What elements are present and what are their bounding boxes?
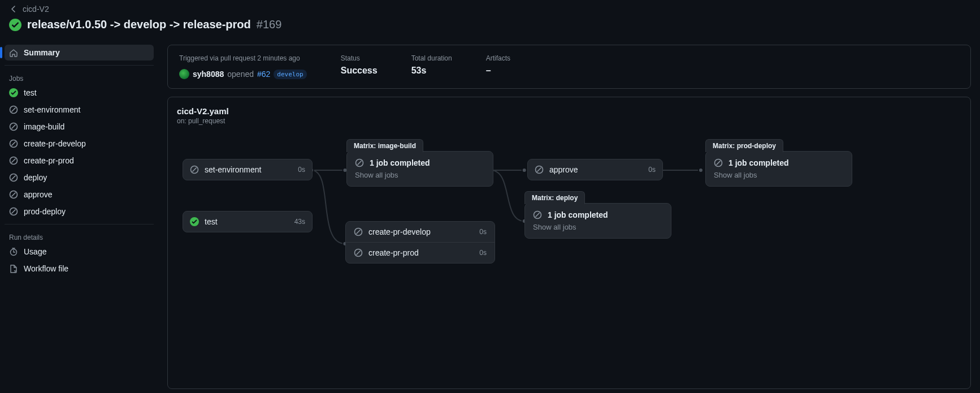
breadcrumb[interactable]: cicd-V2 — [9, 5, 971, 14]
matrix-summary: 1 job completed — [729, 158, 789, 167]
action-text: opened — [227, 70, 254, 79]
skipped-icon — [9, 156, 18, 165]
duration-label: Total duration — [411, 54, 452, 62]
success-icon — [9, 88, 18, 97]
skipped-icon — [190, 165, 199, 174]
node-create-pr-prod[interactable]: create-pr-prod 0s — [346, 242, 495, 263]
sidebar-usage[interactable]: Usage — [5, 244, 154, 260]
actor-row: syh8088 opened #62 develop — [179, 69, 307, 79]
sidebar-job-label: image-build — [24, 122, 64, 131]
node-set-environment[interactable]: set-environment 0s — [183, 159, 313, 180]
workflow-filename: cicd-V2.yaml — [177, 106, 961, 116]
skipped-icon — [533, 210, 542, 219]
sidebar-job-create-pr-develop[interactable]: create-pr-develop — [5, 136, 154, 152]
matrix-tab: Matrix: image-build — [346, 139, 423, 152]
sidebar-job-approve[interactable]: approve — [5, 187, 154, 202]
run-number: #169 — [257, 18, 282, 31]
sidebar-usage-label: Usage — [24, 247, 46, 256]
sidebar-job-label: set-environment — [24, 105, 80, 114]
skipped-icon — [9, 207, 18, 216]
matrix-image-build[interactable]: Matrix: image-build 1 job completed Show… — [346, 151, 493, 187]
sidebar-job-label: deploy — [24, 173, 47, 182]
divider — [5, 224, 154, 224]
sidebar-job-image-build[interactable]: image-build — [5, 119, 154, 135]
sidebar-job-prod-deploy[interactable]: prod-deploy — [5, 204, 154, 219]
matrix-summary: 1 job completed — [370, 158, 430, 167]
stack-create-pr: create-pr-develop 0s create-pr-prod 0s — [345, 221, 495, 264]
pr-link[interactable]: #62 — [257, 70, 270, 79]
sidebar-job-create-pr-prod[interactable]: create-pr-prod — [5, 153, 154, 169]
skipped-icon — [355, 158, 364, 167]
matrix-deploy[interactable]: Matrix: deploy 1 job completed Show all … — [524, 203, 671, 239]
run-title: release/v1.0.50 -> develop -> release-pr… — [27, 18, 251, 31]
skipped-icon — [9, 122, 18, 131]
avatar — [179, 69, 189, 79]
divider — [5, 65, 154, 66]
skipped-icon — [9, 139, 18, 148]
skipped-icon — [535, 165, 544, 174]
sidebar-job-label: create-pr-develop — [24, 139, 86, 148]
show-all-jobs[interactable]: Show all jobs — [533, 223, 663, 231]
sidebar-job-label: create-pr-prod — [24, 156, 74, 165]
matrix-prod-deploy[interactable]: Matrix: prod-deploy 1 job completed Show… — [705, 151, 852, 187]
success-icon — [190, 217, 199, 226]
page-title-row: release/v1.0.50 -> develop -> release-pr… — [9, 18, 971, 31]
sidebar-job-label: approve — [24, 190, 53, 199]
trigger-text: Triggered via pull request 2 minutes ago — [179, 54, 307, 62]
node-label: test — [205, 217, 218, 226]
skipped-icon — [9, 173, 18, 182]
artifacts-value: – — [486, 66, 510, 76]
node-time: 0s — [479, 249, 487, 257]
node-time: 0s — [648, 166, 656, 174]
node-time: 43s — [294, 218, 305, 226]
skipped-icon — [354, 248, 363, 257]
skipped-icon — [9, 190, 18, 199]
node-test[interactable]: test 43s — [183, 211, 313, 232]
run-meta-panel: Triggered via pull request 2 minutes ago… — [167, 45, 971, 89]
sidebar-summary[interactable]: Summary — [5, 45, 154, 61]
svg-point-11 — [699, 168, 703, 172]
status-value: Success — [341, 66, 378, 76]
sidebar-job-label: prod-deploy — [24, 207, 66, 216]
skipped-icon — [9, 105, 18, 114]
node-create-pr-develop[interactable]: create-pr-develop 0s — [346, 222, 495, 242]
sidebar-workflow-file-label: Workflow file — [24, 264, 68, 273]
node-label: set-environment — [205, 165, 261, 174]
status-label: Status — [341, 54, 378, 62]
duration-value[interactable]: 53s — [411, 66, 452, 76]
node-time: 0s — [298, 166, 305, 174]
skipped-icon — [354, 227, 363, 236]
skipped-icon — [714, 158, 723, 167]
run-details-heading: Run details — [5, 228, 154, 244]
show-all-jobs[interactable]: Show all jobs — [355, 171, 485, 179]
arrow-left-icon — [9, 5, 18, 14]
show-all-jobs[interactable]: Show all jobs — [714, 171, 844, 179]
actor-link[interactable]: syh8088 — [193, 70, 224, 79]
home-icon — [9, 48, 18, 57]
node-label: create-pr-develop — [368, 227, 431, 236]
artifacts-label: Artifacts — [486, 54, 510, 62]
sidebar-summary-label: Summary — [24, 48, 60, 57]
matrix-summary: 1 job completed — [548, 210, 608, 219]
branch-tag[interactable]: develop — [274, 70, 306, 79]
jobs-heading: Jobs — [5, 69, 154, 85]
node-time: 0s — [479, 228, 487, 236]
matrix-tab: Matrix: deploy — [524, 191, 585, 204]
sidebar: Summary Jobs test set-environment image-… — [0, 40, 158, 393]
sidebar-job-set-environment[interactable]: set-environment — [5, 102, 154, 118]
svg-point-8 — [522, 168, 527, 172]
sidebar-job-test[interactable]: test — [5, 85, 154, 101]
success-icon — [9, 19, 21, 31]
node-approve[interactable]: approve 0s — [527, 159, 663, 180]
breadcrumb-label: cicd-V2 — [23, 5, 49, 14]
matrix-tab: Matrix: prod-deploy — [705, 139, 783, 152]
sidebar-workflow-file[interactable]: Workflow file — [5, 261, 154, 277]
sidebar-job-label: test — [24, 88, 37, 97]
node-label: create-pr-prod — [368, 248, 419, 257]
node-label: approve — [549, 165, 578, 174]
workflow-trigger: on: pull_request — [177, 117, 961, 125]
sidebar-job-deploy[interactable]: deploy — [5, 170, 154, 185]
workflow-graph: cicd-V2.yaml on: pull_request — [167, 97, 971, 389]
file-icon — [9, 264, 18, 273]
stopwatch-icon — [9, 247, 18, 256]
